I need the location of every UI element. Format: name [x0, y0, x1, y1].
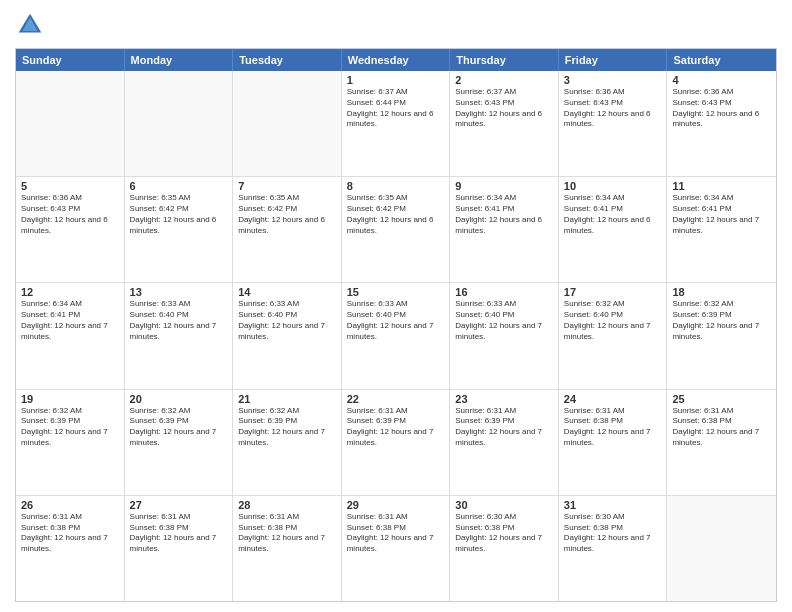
calendar-cell-12: 12Sunrise: 6:34 AM Sunset: 6:41 PM Dayli… [16, 283, 125, 388]
calendar-cell-30: 30Sunrise: 6:30 AM Sunset: 6:38 PM Dayli… [450, 496, 559, 601]
cell-info-7: Sunrise: 6:35 AM Sunset: 6:42 PM Dayligh… [238, 193, 336, 236]
calendar-cell-29: 29Sunrise: 6:31 AM Sunset: 6:38 PM Dayli… [342, 496, 451, 601]
cell-info-24: Sunrise: 6:31 AM Sunset: 6:38 PM Dayligh… [564, 406, 662, 449]
day-number-22: 22 [347, 393, 445, 405]
calendar-cell-8: 8Sunrise: 6:35 AM Sunset: 6:42 PM Daylig… [342, 177, 451, 282]
cell-info-8: Sunrise: 6:35 AM Sunset: 6:42 PM Dayligh… [347, 193, 445, 236]
calendar-cell-empty-0-2 [233, 71, 342, 176]
header-day-friday: Friday [559, 49, 668, 71]
calendar-cell-2: 2Sunrise: 6:37 AM Sunset: 6:43 PM Daylig… [450, 71, 559, 176]
cell-info-4: Sunrise: 6:36 AM Sunset: 6:43 PM Dayligh… [672, 87, 771, 130]
calendar-cell-15: 15Sunrise: 6:33 AM Sunset: 6:40 PM Dayli… [342, 283, 451, 388]
day-number-15: 15 [347, 286, 445, 298]
calendar-cell-28: 28Sunrise: 6:31 AM Sunset: 6:38 PM Dayli… [233, 496, 342, 601]
calendar-cell-empty-0-0 [16, 71, 125, 176]
day-number-4: 4 [672, 74, 771, 86]
cell-info-10: Sunrise: 6:34 AM Sunset: 6:41 PM Dayligh… [564, 193, 662, 236]
cell-info-16: Sunrise: 6:33 AM Sunset: 6:40 PM Dayligh… [455, 299, 553, 342]
cell-info-17: Sunrise: 6:32 AM Sunset: 6:40 PM Dayligh… [564, 299, 662, 342]
calendar-cell-3: 3Sunrise: 6:36 AM Sunset: 6:43 PM Daylig… [559, 71, 668, 176]
cell-info-26: Sunrise: 6:31 AM Sunset: 6:38 PM Dayligh… [21, 512, 119, 555]
day-number-11: 11 [672, 180, 771, 192]
day-number-6: 6 [130, 180, 228, 192]
day-number-20: 20 [130, 393, 228, 405]
calendar-cell-empty-0-1 [125, 71, 234, 176]
calendar-row-3: 19Sunrise: 6:32 AM Sunset: 6:39 PM Dayli… [16, 390, 776, 496]
cell-info-22: Sunrise: 6:31 AM Sunset: 6:39 PM Dayligh… [347, 406, 445, 449]
calendar-cell-6: 6Sunrise: 6:35 AM Sunset: 6:42 PM Daylig… [125, 177, 234, 282]
cell-info-12: Sunrise: 6:34 AM Sunset: 6:41 PM Dayligh… [21, 299, 119, 342]
calendar-cell-empty-4-6 [667, 496, 776, 601]
cell-info-31: Sunrise: 6:30 AM Sunset: 6:38 PM Dayligh… [564, 512, 662, 555]
calendar-cell-17: 17Sunrise: 6:32 AM Sunset: 6:40 PM Dayli… [559, 283, 668, 388]
day-number-23: 23 [455, 393, 553, 405]
cell-info-9: Sunrise: 6:34 AM Sunset: 6:41 PM Dayligh… [455, 193, 553, 236]
calendar-cell-11: 11Sunrise: 6:34 AM Sunset: 6:41 PM Dayli… [667, 177, 776, 282]
calendar-cell-7: 7Sunrise: 6:35 AM Sunset: 6:42 PM Daylig… [233, 177, 342, 282]
cell-info-2: Sunrise: 6:37 AM Sunset: 6:43 PM Dayligh… [455, 87, 553, 130]
calendar-cell-31: 31Sunrise: 6:30 AM Sunset: 6:38 PM Dayli… [559, 496, 668, 601]
day-number-16: 16 [455, 286, 553, 298]
day-number-28: 28 [238, 499, 336, 511]
day-number-9: 9 [455, 180, 553, 192]
calendar-cell-14: 14Sunrise: 6:33 AM Sunset: 6:40 PM Dayli… [233, 283, 342, 388]
day-number-12: 12 [21, 286, 119, 298]
day-number-10: 10 [564, 180, 662, 192]
header-day-sunday: Sunday [16, 49, 125, 71]
cell-info-15: Sunrise: 6:33 AM Sunset: 6:40 PM Dayligh… [347, 299, 445, 342]
calendar-cell-24: 24Sunrise: 6:31 AM Sunset: 6:38 PM Dayli… [559, 390, 668, 495]
cell-info-11: Sunrise: 6:34 AM Sunset: 6:41 PM Dayligh… [672, 193, 771, 236]
calendar-cell-16: 16Sunrise: 6:33 AM Sunset: 6:40 PM Dayli… [450, 283, 559, 388]
calendar-cell-18: 18Sunrise: 6:32 AM Sunset: 6:39 PM Dayli… [667, 283, 776, 388]
calendar-cell-9: 9Sunrise: 6:34 AM Sunset: 6:41 PM Daylig… [450, 177, 559, 282]
cell-info-18: Sunrise: 6:32 AM Sunset: 6:39 PM Dayligh… [672, 299, 771, 342]
cell-info-27: Sunrise: 6:31 AM Sunset: 6:38 PM Dayligh… [130, 512, 228, 555]
calendar-row-2: 12Sunrise: 6:34 AM Sunset: 6:41 PM Dayli… [16, 283, 776, 389]
header-day-wednesday: Wednesday [342, 49, 451, 71]
day-number-17: 17 [564, 286, 662, 298]
day-number-30: 30 [455, 499, 553, 511]
calendar-cell-19: 19Sunrise: 6:32 AM Sunset: 6:39 PM Dayli… [16, 390, 125, 495]
calendar-cell-5: 5Sunrise: 6:36 AM Sunset: 6:43 PM Daylig… [16, 177, 125, 282]
day-number-5: 5 [21, 180, 119, 192]
logo-icon [15, 10, 45, 40]
cell-info-29: Sunrise: 6:31 AM Sunset: 6:38 PM Dayligh… [347, 512, 445, 555]
calendar-cell-4: 4Sunrise: 6:36 AM Sunset: 6:43 PM Daylig… [667, 71, 776, 176]
day-number-31: 31 [564, 499, 662, 511]
header-day-monday: Monday [125, 49, 234, 71]
day-number-24: 24 [564, 393, 662, 405]
calendar: SundayMondayTuesdayWednesdayThursdayFrid… [15, 48, 777, 602]
cell-info-23: Sunrise: 6:31 AM Sunset: 6:39 PM Dayligh… [455, 406, 553, 449]
day-number-18: 18 [672, 286, 771, 298]
calendar-cell-22: 22Sunrise: 6:31 AM Sunset: 6:39 PM Dayli… [342, 390, 451, 495]
calendar-cell-21: 21Sunrise: 6:32 AM Sunset: 6:39 PM Dayli… [233, 390, 342, 495]
cell-info-3: Sunrise: 6:36 AM Sunset: 6:43 PM Dayligh… [564, 87, 662, 130]
day-number-29: 29 [347, 499, 445, 511]
cell-info-14: Sunrise: 6:33 AM Sunset: 6:40 PM Dayligh… [238, 299, 336, 342]
calendar-cell-26: 26Sunrise: 6:31 AM Sunset: 6:38 PM Dayli… [16, 496, 125, 601]
cell-info-28: Sunrise: 6:31 AM Sunset: 6:38 PM Dayligh… [238, 512, 336, 555]
day-number-1: 1 [347, 74, 445, 86]
header-day-tuesday: Tuesday [233, 49, 342, 71]
calendar-cell-25: 25Sunrise: 6:31 AM Sunset: 6:38 PM Dayli… [667, 390, 776, 495]
day-number-19: 19 [21, 393, 119, 405]
header-day-thursday: Thursday [450, 49, 559, 71]
logo [15, 10, 49, 40]
cell-info-20: Sunrise: 6:32 AM Sunset: 6:39 PM Dayligh… [130, 406, 228, 449]
day-number-13: 13 [130, 286, 228, 298]
day-number-8: 8 [347, 180, 445, 192]
calendar-body: 1Sunrise: 6:37 AM Sunset: 6:44 PM Daylig… [16, 71, 776, 601]
cell-info-21: Sunrise: 6:32 AM Sunset: 6:39 PM Dayligh… [238, 406, 336, 449]
calendar-row-1: 5Sunrise: 6:36 AM Sunset: 6:43 PM Daylig… [16, 177, 776, 283]
cell-info-13: Sunrise: 6:33 AM Sunset: 6:40 PM Dayligh… [130, 299, 228, 342]
day-number-26: 26 [21, 499, 119, 511]
day-number-2: 2 [455, 74, 553, 86]
cell-info-30: Sunrise: 6:30 AM Sunset: 6:38 PM Dayligh… [455, 512, 553, 555]
cell-info-5: Sunrise: 6:36 AM Sunset: 6:43 PM Dayligh… [21, 193, 119, 236]
day-number-3: 3 [564, 74, 662, 86]
calendar-cell-20: 20Sunrise: 6:32 AM Sunset: 6:39 PM Dayli… [125, 390, 234, 495]
cell-info-6: Sunrise: 6:35 AM Sunset: 6:42 PM Dayligh… [130, 193, 228, 236]
page: SundayMondayTuesdayWednesdayThursdayFrid… [0, 0, 792, 612]
header-day-saturday: Saturday [667, 49, 776, 71]
day-number-14: 14 [238, 286, 336, 298]
